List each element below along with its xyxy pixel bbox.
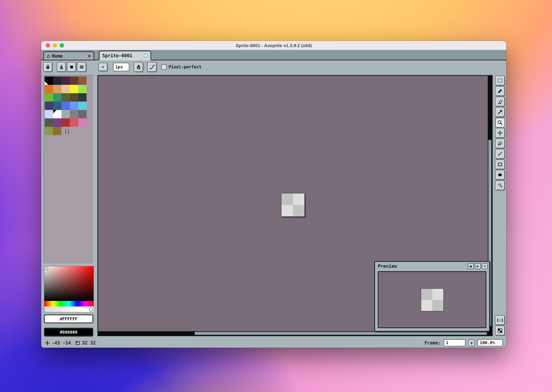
palette-options-button[interactable]: [77, 62, 86, 72]
rectangle-icon: [497, 162, 503, 167]
eyedropper-tool-button[interactable]: [495, 107, 505, 117]
foreground-color-field[interactable]: #FFFFFF: [44, 315, 93, 323]
move-tool-button[interactable]: [495, 128, 505, 138]
preview-title: Preview: [378, 263, 397, 269]
palette-swatch[interactable]: [78, 77, 87, 85]
padlock-icon: [45, 64, 51, 70]
palette-swatch[interactable]: [78, 102, 87, 110]
zoom-1-1-button[interactable]: 1:1: [495, 315, 505, 325]
tab-home-label: Home: [52, 53, 63, 58]
position-icon: [45, 340, 50, 345]
palette-lock-button[interactable]: [43, 62, 52, 72]
palette-swatch[interactable]: [45, 77, 53, 85]
palette-swatch[interactable]: [70, 85, 78, 93]
palette-swatch[interactable]: [78, 118, 87, 127]
frame-label: Frame:: [425, 340, 441, 345]
palette-swatch[interactable]: [78, 110, 87, 118]
sprite-canvas[interactable]: [281, 193, 305, 217]
ink-button[interactable]: [134, 62, 143, 72]
move-arrows-icon: [497, 130, 503, 136]
palette-end-marker[interactable]: ||: [62, 127, 70, 135]
palette-swatch[interactable]: [45, 127, 53, 135]
line-tool-button[interactable]: [495, 149, 505, 159]
brush-size-input[interactable]: 1px: [113, 63, 129, 71]
tab-sprite-0001[interactable]: Sprite-0001: [99, 51, 151, 60]
palette-swatch[interactable]: [45, 93, 53, 102]
preview-sprite-thumbnail: [420, 288, 444, 311]
palette-swatch[interactable]: [62, 93, 70, 102]
palette-swatch[interactable]: [53, 102, 62, 110]
brush-type-button[interactable]: [98, 63, 108, 71]
palette-swatch[interactable]: [78, 85, 87, 93]
eraser-icon: [497, 99, 503, 104]
minimize-window-button[interactable]: [53, 43, 57, 48]
tool-bar-bottom: 1:1: [495, 315, 506, 336]
preview-options-button[interactable]: ▣: [468, 263, 474, 269]
palette-swatch[interactable]: [45, 85, 53, 93]
zoom-tool-button[interactable]: [495, 118, 505, 127]
pixel-perfect-label[interactable]: Pixel-perfect: [169, 65, 202, 70]
palette-swatch[interactable]: [45, 118, 53, 127]
contour-tool-button[interactable]: [495, 170, 505, 180]
paint-bucket-tool-button[interactable]: [495, 139, 505, 148]
rectangular-marquee-tool-button[interactable]: [495, 76, 505, 85]
palette-swatch[interactable]: [53, 127, 62, 135]
aseprite-window: Sprite-0001 - Aseprite v1.3.9.2 (x64) ⌂ …: [41, 41, 506, 348]
palette-swatch[interactable]: [62, 118, 70, 127]
horizontal-scrollbar-thumb[interactable]: [195, 332, 487, 335]
palette-sort-button[interactable]: [57, 62, 66, 72]
zoom-input[interactable]: 100.0%: [478, 339, 503, 346]
spray-dots-icon: [497, 182, 503, 188]
palette-swatch[interactable]: [53, 85, 62, 93]
filled-square-icon: [69, 64, 74, 70]
home-icon: ⌂: [47, 53, 50, 59]
add-frame-button[interactable]: +: [468, 339, 475, 346]
preview-close-button[interactable]: ×: [482, 263, 488, 269]
palette-swatch[interactable]: [70, 118, 78, 127]
tab-home[interactable]: ⌂ Home ×: [43, 51, 94, 60]
background-color-field[interactable]: #000000: [44, 328, 93, 336]
palette-swatch[interactable]: [53, 118, 62, 127]
context-bar: 1px Pixel-perfect: [41, 60, 506, 74]
jumble-tool-button[interactable]: [495, 181, 505, 190]
eraser-tool-button[interactable]: [495, 97, 505, 106]
palette-swatch[interactable]: [53, 93, 62, 102]
palette-swatch[interactable]: [70, 102, 78, 110]
palette-swatch[interactable]: [53, 110, 62, 118]
checkered-grid-icon: [497, 328, 503, 333]
hue-slider[interactable]: [44, 301, 94, 307]
preview-play-button[interactable]: ▶: [475, 263, 481, 269]
dynamics-button[interactable]: [147, 62, 157, 72]
zoom-window-button[interactable]: [60, 43, 64, 48]
palette-presets-button[interactable]: [67, 62, 76, 72]
preview-viewport: [378, 271, 486, 328]
palette-swatch[interactable]: [70, 93, 78, 102]
horizontal-scrollbar[interactable]: [98, 331, 488, 336]
pencil-tool-button[interactable]: [495, 86, 505, 96]
palette-swatch[interactable]: [70, 110, 78, 118]
tab-strip: ⌂ Home × Sprite-0001: [41, 50, 506, 60]
window-title: Sprite-0001 - Aseprite v1.3.9.2 (x64): [41, 43, 506, 48]
color-selector: [44, 266, 94, 312]
palette-swatch[interactable]: [70, 77, 78, 85]
palette-swatch[interactable]: [62, 85, 70, 93]
hamburger-menu-icon: [79, 64, 84, 70]
saturation-value-area[interactable]: [44, 266, 94, 301]
close-window-button[interactable]: [46, 43, 50, 48]
alpha-slider[interactable]: [44, 307, 94, 312]
palette-swatch[interactable]: [45, 102, 53, 110]
palette-swatch[interactable]: [53, 77, 62, 85]
palette-swatch[interactable]: [62, 102, 70, 110]
rectangle-tool-button[interactable]: [495, 160, 505, 169]
palette-swatch[interactable]: [78, 93, 87, 102]
dynamics-curve-icon: [149, 64, 155, 70]
preview-titlebar[interactable]: Preview ▣ ▶ ×: [375, 262, 489, 270]
close-tab-icon[interactable]: ×: [88, 53, 91, 59]
pixel-perfect-checkbox[interactable]: [161, 64, 167, 70]
palette-swatch[interactable]: [62, 77, 70, 85]
palette-swatch[interactable]: [62, 110, 70, 118]
palette-swatch[interactable]: [45, 110, 53, 118]
frame-input[interactable]: 1: [444, 339, 465, 346]
alpha-marker-icon: [89, 308, 93, 311]
checkered-grid-button[interactable]: [495, 326, 505, 336]
